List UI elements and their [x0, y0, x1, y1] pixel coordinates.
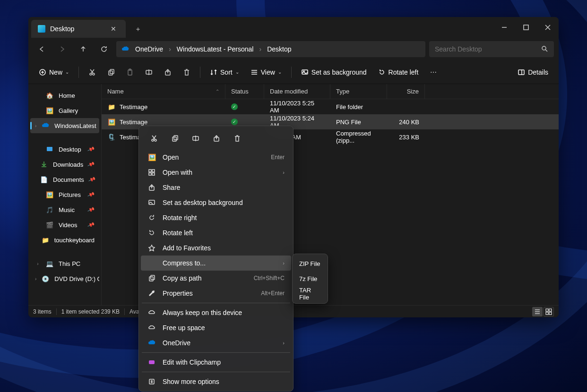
column-date[interactable]: Date modified [264, 84, 330, 99]
ctx-share[interactable]: Share [141, 180, 291, 195]
icons-view-toggle[interactable] [544, 307, 554, 316]
chevron-right-icon: › [169, 45, 171, 53]
submenu-zip[interactable]: ZIP File [294, 256, 326, 271]
share-button[interactable] [159, 64, 176, 80]
search-box[interactable] [429, 41, 554, 57]
breadcrumb-item[interactable]: OneDrive [132, 43, 166, 55]
ctx-onedrive[interactable]: OneDrive› [141, 335, 291, 350]
svg-point-9 [90, 73, 92, 75]
rotate-left-icon [147, 229, 156, 237]
refresh-button[interactable] [95, 42, 112, 57]
submenu-7z[interactable]: 7z File [294, 271, 326, 286]
folder-icon: 📁 [41, 236, 50, 244]
sidebar-item-music[interactable]: 🎵Music📌 [30, 202, 99, 217]
sidebar-item-gallery[interactable]: 🖼️Gallery [30, 103, 99, 118]
sidebar-item-desktop[interactable]: Desktop📌 [30, 142, 99, 157]
sidebar-item-documents[interactable]: 📄Documents📌 [30, 172, 99, 187]
view-button[interactable]: View⌄ [246, 64, 286, 80]
back-button[interactable] [33, 42, 50, 57]
new-button[interactable]: New⌄ [34, 64, 74, 80]
sidebar-item-videos[interactable]: 🎬Videos📌 [30, 217, 99, 232]
star-icon [147, 244, 156, 252]
svg-rect-33 [546, 312, 548, 315]
sidebar-item-thispc[interactable]: ›💻This PC [30, 256, 99, 271]
ctx-copy-path[interactable]: Copy as pathCtrl+Shift+C [141, 271, 291, 286]
chevron-right-icon: › [283, 260, 285, 266]
column-status[interactable]: Status [225, 84, 264, 99]
ctx-set-background[interactable]: Set as desktop background [141, 195, 291, 210]
zip-icon: 🗜️ [107, 133, 116, 141]
set-background-button[interactable]: Set as background [296, 64, 371, 80]
sidebar-item-account[interactable]: ›WindowsLatest [30, 118, 99, 133]
compress-submenu: ZIP File 7z File TAR File [292, 254, 328, 304]
search-input[interactable] [435, 45, 541, 53]
copy-button[interactable] [103, 64, 120, 80]
ctx-rename-button[interactable] [187, 131, 204, 146]
sidebar-item-downloads[interactable]: Downloads📌 [30, 157, 99, 172]
available-info: Ava [129, 308, 139, 315]
desktop-icon [38, 25, 45, 33]
svg-rect-52 [149, 360, 155, 364]
breadcrumb-item[interactable]: Desktop [264, 43, 294, 55]
ctx-copy-button[interactable] [166, 131, 183, 146]
folder-icon: 📁 [107, 102, 116, 111]
ctx-clipchamp[interactable]: Edit with Clipchamp [141, 355, 291, 370]
paste-button[interactable] [121, 64, 138, 80]
ctx-delete-button[interactable] [229, 131, 246, 146]
svg-point-10 [93, 73, 95, 75]
forward-button[interactable] [54, 42, 71, 57]
sidebar-item-touchkeyboard[interactable]: 📁touchkeyboard [30, 232, 99, 247]
up-button[interactable] [75, 42, 92, 57]
sidebar-item-dvd[interactable]: ›💿DVD Drive (D:) C [30, 271, 99, 286]
close-tab-button[interactable]: ✕ [108, 23, 119, 34]
ctx-share-button[interactable] [208, 131, 225, 146]
close-window-button[interactable] [537, 17, 559, 38]
cut-button[interactable] [84, 64, 101, 80]
column-type[interactable]: Type [330, 84, 387, 99]
pin-icon: 📌 [88, 175, 96, 183]
delete-button[interactable] [178, 64, 195, 80]
share-icon [147, 183, 156, 192]
thispc-icon: 💻 [45, 259, 54, 268]
submenu-tar[interactable]: TAR File [294, 286, 326, 301]
breadcrumb[interactable]: OneDrive › WindowsLatest - Personal › De… [116, 41, 425, 57]
pin-icon: 📌 [87, 190, 95, 198]
ctx-rotate-left[interactable]: Rotate left [141, 225, 291, 240]
sort-button[interactable]: Sort⌄ [205, 64, 244, 80]
tab-desktop[interactable]: Desktop ✕ [31, 20, 126, 38]
rotate-left-button[interactable]: Rotate left [373, 64, 423, 80]
minimize-button[interactable] [493, 17, 515, 38]
ctx-always-keep[interactable]: Always keep on this device [141, 305, 291, 320]
new-tab-button[interactable]: ＋ [129, 21, 147, 38]
address-row: OneDrive › WindowsLatest - Personal › De… [28, 38, 559, 60]
breadcrumb-item[interactable]: WindowsLatest - Personal [174, 43, 257, 55]
column-name[interactable]: Name⌃ [102, 84, 225, 99]
synced-icon: ✓ [231, 103, 238, 110]
details-view-toggle[interactable] [532, 307, 543, 316]
more-button[interactable]: ⋯ [425, 64, 442, 80]
svg-line-5 [545, 50, 547, 51]
ctx-free-space[interactable]: Free up space [141, 320, 291, 335]
file-row[interactable]: 📁Testimage ✓ 11/10/2023 5:25 AM File fol… [102, 99, 559, 114]
sidebar-item-pictures[interactable]: 🖼️Pictures📌 [30, 187, 99, 202]
maximize-button[interactable] [515, 17, 537, 38]
ctx-compress[interactable]: Compress to...› [141, 256, 291, 271]
rename-button[interactable] [140, 64, 157, 80]
window-controls [493, 17, 559, 38]
details-pane-button[interactable]: Details [513, 64, 553, 80]
ctx-rotate-right[interactable]: Rotate right [141, 210, 291, 225]
ctx-properties[interactable]: PropertiesAlt+Enter [141, 286, 291, 301]
sidebar: 🏠Home 🖼️Gallery ›WindowsLatest Desktop📌 … [28, 84, 102, 305]
ctx-open[interactable]: 🖼️OpenEnter [141, 150, 291, 165]
ctx-add-favorites[interactable]: Add to Favorites [141, 240, 291, 256]
pictures-icon: 🖼️ [45, 190, 54, 199]
chevron-right-icon: › [283, 340, 285, 346]
column-size[interactable]: Size [387, 84, 425, 99]
svg-rect-45 [152, 170, 155, 172]
ctx-cut-button[interactable] [146, 131, 163, 146]
ctx-open-with[interactable]: Open with› [141, 165, 291, 180]
synced-icon: ✓ [231, 119, 238, 125]
sidebar-item-home[interactable]: 🏠Home [30, 88, 99, 103]
ctx-show-more[interactable]: Show more options [141, 374, 291, 389]
svg-rect-14 [110, 69, 114, 74]
